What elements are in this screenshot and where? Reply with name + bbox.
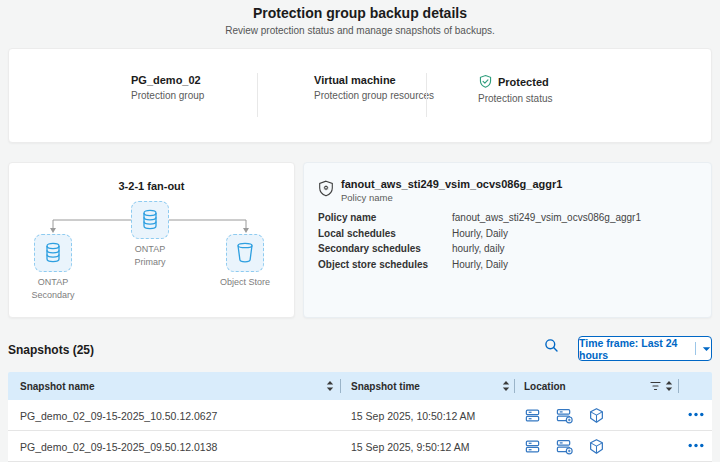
page-title: Protection group backup details — [0, 5, 720, 21]
snapshot-time-cell: 15 Sep 2025, 10:50:12 AM — [351, 410, 475, 422]
snapshots-table-header: Snapshot name Snapshot time Location — [8, 372, 712, 400]
shield-gear-icon — [318, 180, 334, 198]
filter-icon[interactable] — [650, 381, 661, 391]
summary-divider — [257, 73, 258, 117]
summary-resources: Virtual machine Protection group resourc… — [314, 74, 434, 101]
policy-name-subheading: Policy name — [341, 192, 393, 203]
policy-detail-value: hourly, daily — [452, 243, 505, 254]
column-header-location[interactable]: Location — [524, 381, 566, 392]
location-icons — [524, 407, 605, 424]
time-frame-label: Time frame: Last 24 hours — [579, 337, 689, 361]
snapshot-name-cell: PG_demo_02_09-15-2025_10.50.12.0627 — [20, 410, 217, 422]
local-storage-icon[interactable] — [524, 438, 541, 455]
secondary-storage-icon[interactable] — [556, 438, 573, 455]
object-store-icon[interactable] — [588, 438, 605, 455]
row-more-options-icon[interactable] — [688, 443, 704, 448]
table-row[interactable]: PG_demo_02_09-15-2025_10.50.12.0627 15 S… — [8, 400, 712, 431]
time-frame-dropdown[interactable]: Time frame: Last 24 hours — [578, 336, 712, 361]
page-subtitle: Review protection status and manage snap… — [0, 25, 720, 36]
protection-status-value: Protected — [498, 76, 549, 88]
policy-detail-value: fanout_aws_sti249_vsim_ocvs086g_aggr1 — [452, 212, 641, 223]
local-storage-icon[interactable] — [524, 407, 541, 424]
policy-name-heading: fanout_aws_sti249_vsim_ocvs086g_aggr1 — [341, 178, 562, 190]
snapshot-name-cell: PG_demo_02_09-15-2025_09.50.12.0138 — [20, 441, 217, 453]
database-icon — [43, 241, 63, 265]
summary-protection-group: PG_demo_02 Protection group — [131, 74, 204, 101]
policy-card: fanout_aws_sti249_vsim_ocvs086g_aggr1 Po… — [303, 162, 712, 318]
sort-icon[interactable] — [326, 380, 334, 392]
bucket-icon — [234, 241, 256, 265]
policy-detail-value: Hourly, Daily — [452, 259, 508, 270]
sort-icon[interactable] — [665, 380, 673, 392]
protection-status-label: Protection status — [478, 93, 552, 104]
policy-detail-value: Hourly, Daily — [452, 228, 508, 239]
protection-group-name: PG_demo_02 — [131, 74, 204, 86]
resources-value: Virtual machine — [314, 74, 434, 86]
column-divider — [678, 379, 679, 393]
resources-label: Protection group resources — [314, 90, 434, 101]
policy-detail-label: Object store schedules — [318, 259, 428, 270]
table-row[interactable]: PG_demo_02_09-15-2025_09.50.12.0138 15 S… — [8, 431, 712, 462]
policy-detail-label: Local schedules — [318, 228, 396, 239]
column-header-snapshot-time[interactable]: Snapshot time — [351, 381, 420, 392]
protection-group-label: Protection group — [131, 90, 204, 101]
label-ontap-primary: ONTAP Primary — [105, 243, 195, 269]
shield-check-icon — [478, 74, 493, 89]
sort-icon[interactable] — [502, 380, 510, 392]
node-ontap-secondary — [34, 234, 72, 272]
summary-divider — [426, 73, 427, 117]
policy-detail-label: Secondary schedules — [318, 243, 421, 254]
column-divider — [340, 379, 341, 393]
search-icon[interactable] — [544, 338, 562, 356]
label-object-store: Object Store — [200, 276, 290, 289]
snapshot-time-cell: 15 Sep 2025, 9:50:12 AM — [351, 441, 470, 453]
button-divider — [695, 342, 696, 355]
node-ontap-primary — [131, 201, 169, 239]
node-object-store — [226, 234, 264, 272]
location-icons — [524, 438, 605, 455]
summary-protection-status: Protected Protection status — [478, 74, 552, 104]
database-icon — [140, 208, 160, 232]
column-header-snapshot-name[interactable]: Snapshot name — [20, 381, 94, 392]
label-ontap-secondary: ONTAP Secondary — [8, 276, 98, 302]
secondary-storage-icon[interactable] — [556, 407, 573, 424]
policy-detail-label: Policy name — [318, 212, 376, 223]
snapshots-title: Snapshots (25) — [8, 343, 94, 357]
object-store-icon[interactable] — [588, 407, 605, 424]
row-more-options-icon[interactable] — [688, 412, 704, 417]
column-divider — [514, 379, 515, 393]
topology-card: 3-2-1 fan-out — [8, 162, 295, 318]
summary-card: PG_demo_02 Protection group Virtual mach… — [8, 48, 712, 143]
chevron-down-icon[interactable] — [702, 346, 711, 352]
